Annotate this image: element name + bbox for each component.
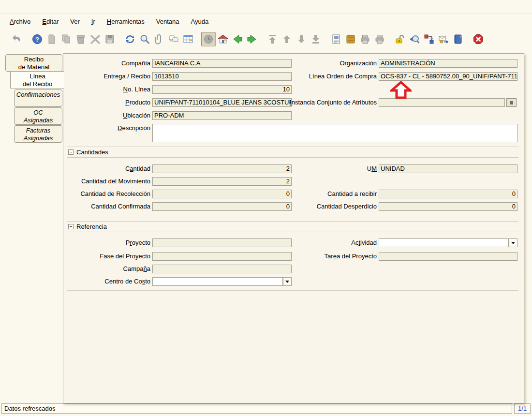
menu-archivo[interactable]: Archivo xyxy=(4,16,36,27)
compania-field[interactable]: IANCARINA C.A xyxy=(152,59,292,68)
forward-button[interactable] xyxy=(245,32,259,46)
cantidad-recoleccion-label: Cantidad de Recolección xyxy=(67,190,150,198)
last-record-icon xyxy=(310,34,321,45)
back-button[interactable] xyxy=(230,32,245,46)
new-document-button xyxy=(44,32,59,46)
section-divider xyxy=(67,290,518,291)
print-icon xyxy=(360,34,370,45)
tab-label-line1: OC xyxy=(15,109,62,117)
stop-button[interactable] xyxy=(471,32,486,46)
cantidad-label: Cantidad xyxy=(67,164,150,173)
sidebar-tab-linea-recibo[interactable]: Línea del Recibo xyxy=(10,71,64,89)
collapse-icon[interactable] xyxy=(68,149,74,155)
descripcion-field[interactable] xyxy=(152,124,517,142)
tarea-proyecto-field[interactable] xyxy=(379,252,517,261)
um-label: UM xyxy=(278,164,377,173)
cantidad-confirmada-field[interactable]: 0 xyxy=(152,202,292,211)
search-button[interactable] xyxy=(137,32,152,46)
cut-button xyxy=(88,32,103,46)
instancia-atributos-field[interactable] xyxy=(379,98,505,107)
menu-editar[interactable]: Editar xyxy=(36,16,64,27)
menu-herramientas[interactable]: Herramientas xyxy=(101,16,150,27)
unlock-icon xyxy=(395,34,405,45)
tab-label-line2: de Material xyxy=(6,63,62,71)
tab-label-line1: Línea xyxy=(11,73,64,80)
producto-field[interactable]: UNIF/PANT-711010104_BLUE JEANS 3COSTURA … xyxy=(152,98,292,107)
centro-costo-field[interactable] xyxy=(152,277,283,286)
campana-field[interactable] xyxy=(152,265,292,273)
undo-icon xyxy=(12,34,22,45)
sidebar-tab-confirmaciones[interactable]: Confirmaciones xyxy=(14,89,62,107)
red-up-arrow-icon xyxy=(390,81,412,99)
entrega-recibo-field[interactable]: 1013510 xyxy=(152,72,292,81)
fase-proyecto-label: Fase del Proyecto xyxy=(67,252,150,261)
unlock-button[interactable] xyxy=(393,32,407,46)
refresh-button[interactable] xyxy=(123,32,137,46)
cantidad-field[interactable]: 2 xyxy=(152,164,292,173)
zoom-back-icon xyxy=(409,34,420,45)
workflow-button[interactable] xyxy=(422,32,436,46)
notebook-button[interactable] xyxy=(451,32,465,46)
linea-orden-compra-label: Línea Orden de Compra xyxy=(278,72,377,81)
sidebar-tab-recibo-material[interactable]: Recibo de Material xyxy=(5,54,62,72)
tab-label-line1: Facturas xyxy=(15,127,62,134)
proyecto-field[interactable] xyxy=(152,238,292,247)
producto-label: Producto xyxy=(67,98,150,107)
centro-costo-dropdown-button[interactable] xyxy=(283,277,292,286)
cantidad-desperdicio-field[interactable]: 0 xyxy=(379,202,517,211)
actividad-field[interactable] xyxy=(379,238,509,247)
sidebar-tab-facturas-asignadas[interactable]: Facturas Asignadas xyxy=(14,125,62,143)
search-icon xyxy=(139,34,150,45)
undo-button[interactable] xyxy=(10,32,24,46)
cut-icon xyxy=(90,34,101,45)
collapse-icon[interactable] xyxy=(68,224,74,229)
delete-icon xyxy=(75,34,86,45)
cantidad-recoleccion-field[interactable]: 0 xyxy=(152,190,292,198)
table-button[interactable] xyxy=(181,32,195,46)
linea-orden-compra-field[interactable]: OCS-837 - CL - 5890752.00_90_UNIF/PANT-7… xyxy=(379,72,517,81)
workflow-icon xyxy=(424,34,434,45)
print-button xyxy=(358,32,372,46)
actividad-dropdown-button[interactable] xyxy=(509,238,517,247)
fase-proyecto-field[interactable] xyxy=(152,252,292,261)
attachment-icon xyxy=(154,34,164,45)
um-field[interactable]: UNIDAD xyxy=(379,164,517,173)
print-preview-icon xyxy=(374,34,385,45)
menu-ir[interactable]: Ir xyxy=(86,16,101,27)
cantidad-a-recibir-field[interactable]: 0 xyxy=(379,190,517,198)
report-button[interactable] xyxy=(329,32,343,46)
last-record-button xyxy=(309,32,323,46)
archive-button[interactable] xyxy=(343,32,358,46)
stop-icon xyxy=(473,34,484,45)
home-button[interactable] xyxy=(216,32,230,46)
comments-button[interactable] xyxy=(166,32,181,46)
form-panel: Compañía IANCARINA C.A Organización ADMI… xyxy=(63,53,524,403)
chevron-down-icon xyxy=(511,242,515,244)
sidebar-tab-oc-asignadas[interactable]: OC Asignadas xyxy=(14,107,62,125)
section-title: Cantidades xyxy=(76,149,108,156)
next-record-icon xyxy=(296,34,307,45)
menu-ayuda[interactable]: Ayuda xyxy=(185,16,215,27)
attachment-button[interactable] xyxy=(152,32,166,46)
home-icon xyxy=(218,34,228,45)
menu-bar: Archivo Editar Ver Ir Herramientas Venta… xyxy=(0,14,532,29)
proyecto-label: Proyecto xyxy=(67,238,150,247)
cantidad-movimiento-field[interactable]: 2 xyxy=(152,177,292,186)
instancia-atributos-button[interactable] xyxy=(506,98,517,107)
section-header-referencia: Referencia xyxy=(67,221,518,232)
menu-ver[interactable]: Ver xyxy=(64,16,86,27)
zoom-back-button[interactable] xyxy=(407,32,422,46)
square-glyph-icon xyxy=(510,101,513,104)
send-mail-button[interactable] xyxy=(436,32,451,46)
refresh-icon xyxy=(125,34,135,45)
notebook-icon xyxy=(453,34,463,45)
first-record-icon xyxy=(267,34,278,45)
help-button[interactable]: ? xyxy=(30,32,44,46)
tab-label-line2: Asignadas xyxy=(15,134,62,142)
report-icon xyxy=(331,34,341,45)
ubicacion-field[interactable]: PRO-ADM xyxy=(152,111,292,120)
no-linea-field[interactable]: 10 xyxy=(152,85,292,94)
comments-icon xyxy=(168,34,179,45)
menu-ventana[interactable]: Ventana xyxy=(150,16,185,27)
organizacion-field[interactable]: ADMINISTRACIÓN xyxy=(379,59,517,68)
